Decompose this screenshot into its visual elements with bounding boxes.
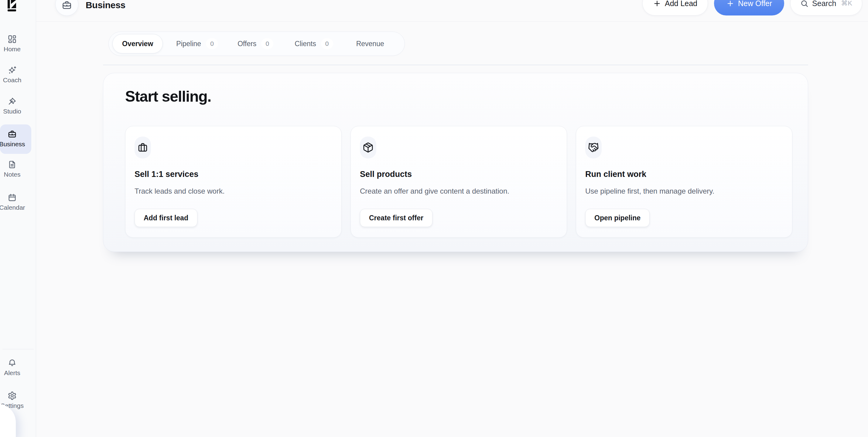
sidebar-item-coach[interactable]: Coach bbox=[0, 65, 24, 84]
panel-heading: Start selling. bbox=[125, 88, 211, 105]
sidebar-item-label: Coach bbox=[3, 76, 22, 84]
card-description: Create an offer and give content a desti… bbox=[360, 187, 558, 195]
tab-bar: Overview Pipeline 0 Offers 0 Clients 0 R… bbox=[108, 32, 405, 56]
tab-count-badge: 0 bbox=[321, 38, 333, 49]
gear-icon bbox=[7, 391, 17, 401]
search-label: Search bbox=[812, 0, 836, 8]
briefcase-icon bbox=[62, 0, 72, 10]
start-selling-panel: Start selling. Sell 1:1 services Track l… bbox=[103, 73, 808, 252]
document-icon bbox=[7, 160, 17, 169]
open-pipeline-button[interactable]: Open pipeline bbox=[585, 209, 650, 227]
pen-nib-icon bbox=[7, 97, 17, 106]
sidebar-item-label: Alerts bbox=[4, 369, 20, 377]
header-actions: Add Lead New Offer Search ⌘K bbox=[642, 0, 862, 15]
calendar-icon bbox=[7, 193, 17, 202]
search-shortcut: ⌘K bbox=[841, 0, 852, 7]
card-title: Sell products bbox=[360, 170, 558, 179]
card-description: Track leads and close work. bbox=[134, 187, 332, 195]
tab-label: Clients bbox=[294, 40, 316, 48]
add-lead-button[interactable]: Add Lead bbox=[642, 0, 708, 15]
page-title: Business bbox=[86, 0, 125, 11]
plus-icon bbox=[726, 0, 734, 8]
sparkle-icon bbox=[7, 65, 17, 75]
search-button[interactable]: Search ⌘K bbox=[790, 0, 862, 15]
app-logo-icon bbox=[8, 0, 16, 11]
plus-icon bbox=[653, 0, 661, 8]
tab-overview[interactable]: Overview bbox=[112, 34, 163, 54]
card-title: Sell 1:1 services bbox=[134, 170, 332, 179]
sidebar-item-calendar[interactable]: Calendar bbox=[0, 193, 24, 211]
new-offer-label: New Offer bbox=[738, 0, 772, 8]
package-icon bbox=[360, 137, 376, 159]
sidebar-item-studio[interactable]: Studio bbox=[0, 97, 24, 115]
sidebar-item-label: Business bbox=[0, 140, 25, 148]
sidebar-item-label: Notes bbox=[4, 171, 21, 178]
page-header: Business Add Lead New Offer Search ⌘K bbox=[36, 0, 868, 22]
briefcase-icon bbox=[7, 129, 17, 139]
card-run-client-work: Run client work Use pipeline first, then… bbox=[576, 126, 793, 238]
dashboard-icon bbox=[7, 34, 17, 44]
action-cards: Sell 1:1 services Track leads and close … bbox=[125, 126, 793, 238]
stacked-sheet-edge bbox=[103, 65, 808, 65]
sidebar: Home Coach Studio Business Notes bbox=[0, 0, 36, 437]
tab-pipeline[interactable]: Pipeline 0 bbox=[176, 38, 218, 49]
new-offer-button[interactable]: New Offer bbox=[714, 0, 784, 15]
tab-label: Pipeline bbox=[176, 40, 201, 48]
app-window: Home Coach Studio Business Notes bbox=[0, 0, 868, 437]
bell-icon bbox=[7, 358, 17, 368]
sidebar-item-label: Studio bbox=[3, 108, 21, 115]
sidebar-item-notes[interactable]: Notes bbox=[0, 160, 24, 178]
tab-count-badge: 0 bbox=[261, 38, 273, 49]
tab-label: Revenue bbox=[356, 40, 384, 48]
sidebar-item-label: Home bbox=[4, 45, 21, 53]
tab-label: Overview bbox=[122, 40, 153, 48]
tab-label: Offers bbox=[238, 40, 256, 48]
tab-count-badge: 0 bbox=[206, 38, 218, 49]
search-icon bbox=[800, 0, 808, 8]
add-first-lead-button[interactable]: Add first lead bbox=[134, 209, 197, 227]
card-sell-products: Sell products Create an offer and give c… bbox=[350, 126, 567, 238]
tab-clients[interactable]: Clients 0 bbox=[294, 38, 333, 49]
tab-revenue[interactable]: Revenue bbox=[356, 40, 384, 48]
sidebar-item-business[interactable]: Business bbox=[0, 129, 24, 148]
card-description: Use pipeline first, then manage delivery… bbox=[585, 187, 783, 195]
sidebar-item-label: Calendar bbox=[0, 204, 25, 211]
sidebar-item-alerts[interactable]: Alerts bbox=[0, 358, 24, 377]
section-avatar bbox=[55, 0, 79, 16]
add-lead-label: Add Lead bbox=[665, 0, 697, 8]
create-first-offer-button[interactable]: Create first offer bbox=[360, 209, 432, 227]
sidebar-item-home[interactable]: Home bbox=[0, 34, 24, 53]
briefcase-icon bbox=[134, 137, 151, 159]
handshake-icon bbox=[585, 137, 602, 159]
card-sell-services: Sell 1:1 services Track leads and close … bbox=[125, 126, 342, 238]
tab-offers[interactable]: Offers 0 bbox=[238, 38, 273, 49]
card-title: Run client work bbox=[585, 170, 783, 179]
